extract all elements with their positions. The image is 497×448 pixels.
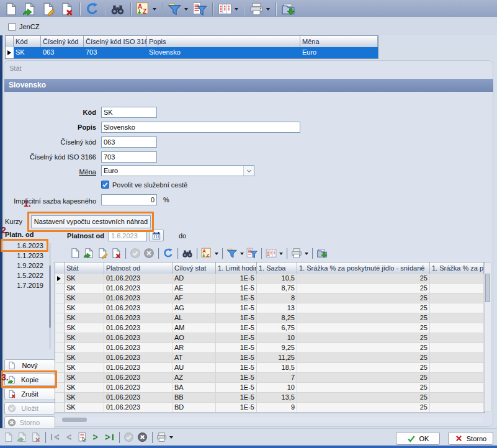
mena-dropdown-button[interactable] bbox=[243, 166, 254, 176]
refresh-button[interactable] bbox=[85, 2, 99, 16]
dropdown-arrow-icon[interactable] bbox=[279, 253, 283, 257]
record-list-button[interactable] bbox=[77, 432, 87, 442]
povolit-checkbox[interactable] bbox=[101, 181, 109, 189]
delete-record-button[interactable] bbox=[60, 2, 74, 16]
prev-record-button[interactable] bbox=[63, 432, 74, 442]
table-row[interactable]: SK01.06.2023AT1E-511,2525 bbox=[55, 353, 484, 363]
cancel-button[interactable] bbox=[137, 432, 148, 442]
validity-item[interactable]: 1.7.2019 bbox=[1, 280, 46, 290]
dropdown-arrow-icon[interactable] bbox=[240, 253, 244, 257]
table-row[interactable]: SK01.06.2023AL1E-58,2525 bbox=[55, 313, 484, 323]
column-header[interactable]: Kód bbox=[14, 36, 41, 47]
save-button[interactable]: Uložit bbox=[4, 402, 55, 414]
dropdown-arrow-icon[interactable] bbox=[215, 253, 218, 257]
delete-rate-button[interactable] bbox=[110, 248, 122, 259]
columns-button[interactable] bbox=[266, 248, 283, 259]
print-button[interactable] bbox=[156, 432, 173, 442]
table-row[interactable]: SK01.06.2023AO1E-51025 bbox=[55, 333, 484, 343]
table-row[interactable]: SK01.06.2023AM1E-56,7525 bbox=[55, 323, 484, 333]
table-row[interactable]: SK01.06.2023AF1E-5825 bbox=[55, 293, 484, 303]
table-row[interactable]: SK01.06.2023AR1E-59,2525 bbox=[55, 343, 484, 353]
validity-scrollbar-thumb[interactable] bbox=[49, 266, 51, 328]
table-row[interactable]: SK063703SlovenskoEuro bbox=[6, 47, 378, 58]
column-header[interactable] bbox=[6, 36, 14, 47]
validity-item[interactable]: 1.5.2022 bbox=[1, 271, 46, 280]
table-row[interactable]: SK01.06.2023AZ1E-5725 bbox=[55, 373, 484, 383]
column-header[interactable]: 1. Limit hodin bbox=[216, 262, 257, 274]
new-record-button[interactable] bbox=[4, 2, 18, 16]
copy-record-button[interactable] bbox=[22, 2, 37, 16]
edit-rate-button[interactable] bbox=[97, 248, 108, 259]
column-header[interactable]: 1. Srážka % za poskytnuté jídlo - snídan… bbox=[297, 262, 430, 274]
copy-rate-button[interactable] bbox=[83, 248, 94, 259]
print-button[interactable] bbox=[249, 2, 270, 16]
next-record-button[interactable] bbox=[91, 432, 101, 442]
table-row[interactable]: SK01.06.2023AE1E-58,7525 bbox=[55, 284, 484, 293]
sort-button[interactable] bbox=[201, 248, 218, 259]
ok-button[interactable]: OK bbox=[396, 432, 440, 445]
tab-nastaveni-nahrad[interactable]: Nastavení vypočtu cestovních náhrad bbox=[31, 215, 151, 228]
table-row[interactable]: SK01.06.2023AG1E-51325 bbox=[55, 303, 484, 313]
filter-button[interactable] bbox=[168, 2, 188, 16]
ciselny-kod-input[interactable] bbox=[101, 137, 157, 148]
column-header[interactable]: Číselný kód ISO 3166 bbox=[84, 36, 147, 47]
dropdown-arrow-icon[interactable] bbox=[169, 436, 173, 441]
accept-button[interactable] bbox=[123, 432, 134, 442]
dropdown-arrow-icon[interactable] bbox=[153, 8, 156, 12]
table-row[interactable]: SK01.06.2023BA1E-51025 bbox=[55, 383, 484, 393]
edit-record-button[interactable] bbox=[41, 2, 55, 16]
first-record-button[interactable] bbox=[50, 432, 60, 442]
export-button[interactable] bbox=[281, 2, 295, 16]
column-header[interactable]: Stát bbox=[65, 262, 104, 274]
sort-button[interactable] bbox=[136, 2, 156, 16]
iso-input[interactable] bbox=[101, 151, 157, 163]
table-row[interactable]: SK01.06.2023AU1E-518,525 bbox=[55, 363, 484, 373]
cancel-button[interactable] bbox=[143, 248, 154, 259]
jencz-checkbox[interactable] bbox=[8, 23, 16, 31]
mena-label[interactable]: Měna bbox=[3, 166, 96, 177]
print-button[interactable] bbox=[291, 248, 308, 259]
filter-advanced-button[interactable] bbox=[192, 2, 207, 16]
search-button[interactable] bbox=[110, 2, 125, 16]
dropdown-arrow-icon[interactable] bbox=[305, 253, 308, 257]
validity-list-header[interactable]: Platn. od bbox=[5, 231, 34, 238]
copy-record-button[interactable] bbox=[17, 432, 27, 442]
copy-button[interactable]: Kopie bbox=[4, 374, 55, 386]
export-button[interactable] bbox=[316, 248, 328, 259]
accept-button[interactable] bbox=[130, 248, 141, 259]
new-button[interactable]: Nový bbox=[4, 359, 55, 372]
delete-button[interactable]: Zrušit bbox=[4, 388, 55, 400]
mena-combobox[interactable] bbox=[101, 165, 254, 176]
kapesne-input[interactable] bbox=[101, 194, 157, 205]
calendar-button[interactable] bbox=[149, 230, 164, 241]
rates-grid-hscrollbar-thumb[interactable] bbox=[62, 418, 87, 422]
filter-advanced-button[interactable] bbox=[246, 248, 257, 259]
rates-grid-vscrollbar-thumb[interactable] bbox=[485, 274, 490, 302]
table-row[interactable]: SK01.06.2023BB1E-513,525 bbox=[55, 393, 484, 403]
column-header[interactable]: Platnost od bbox=[104, 262, 172, 274]
columns-button[interactable] bbox=[218, 2, 238, 16]
rates-grid-hscrollbar[interactable] bbox=[55, 417, 483, 423]
search-button[interactable] bbox=[182, 248, 193, 259]
column-header[interactable]: Měna bbox=[300, 36, 378, 47]
column-header[interactable]: 1. Srážka % za pos bbox=[430, 262, 484, 274]
delete-record-button[interactable] bbox=[30, 432, 41, 442]
dropdown-arrow-icon[interactable] bbox=[266, 8, 270, 12]
column-header[interactable]: Cílový stat bbox=[172, 262, 216, 274]
new-record-button[interactable] bbox=[3, 432, 14, 442]
mena-combobox-input[interactable] bbox=[102, 166, 243, 176]
column-header[interactable]: Číselný kód bbox=[41, 36, 84, 47]
validity-item[interactable]: 1.6.2023 bbox=[1, 241, 46, 251]
column-header[interactable] bbox=[55, 262, 65, 274]
kod-input[interactable] bbox=[101, 107, 157, 118]
platnost-od-input[interactable] bbox=[109, 230, 147, 241]
dropdown-arrow-icon[interactable] bbox=[184, 8, 188, 12]
table-row[interactable]: SK01.06.2023BD1E-5925 bbox=[55, 403, 484, 413]
storno-button[interactable]: Storno bbox=[4, 416, 55, 429]
validity-item[interactable]: 1.9.2022 bbox=[1, 261, 46, 271]
column-header[interactable]: Popis bbox=[147, 36, 300, 47]
tab-kurzy[interactable]: Kurzy bbox=[5, 218, 22, 225]
last-record-button[interactable] bbox=[104, 432, 115, 442]
validity-item[interactable]: 1.1.2023 bbox=[1, 251, 46, 261]
popis-input[interactable] bbox=[101, 122, 300, 133]
